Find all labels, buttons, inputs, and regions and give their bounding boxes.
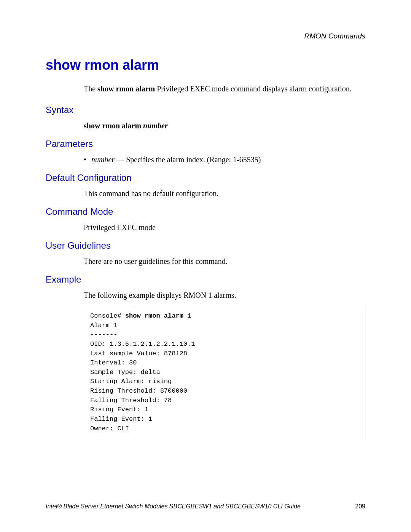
syntax-command: show rmon alarm xyxy=(84,121,143,130)
example-text: The following example displays RMON 1 al… xyxy=(84,291,365,300)
bullet-icon: • xyxy=(84,155,88,164)
parameter-description: — Specifies the alarm index. (Range: 1-6… xyxy=(115,155,261,164)
parameters-heading: Parameters xyxy=(46,139,365,149)
header-section-label: RMON Commands xyxy=(304,32,365,40)
intro-command-name: show rmon alarm xyxy=(97,85,155,93)
parameter-name: number xyxy=(91,155,115,164)
example-code-block: Console# show rmon alarm 1 Alarm 1 -----… xyxy=(84,306,365,439)
command-mode-text: Privileged EXEC mode xyxy=(84,223,365,232)
code-command: show rmon alarm xyxy=(125,312,183,320)
footer-page-number: 209 xyxy=(355,503,365,510)
user-guidelines-heading: User Guidelines xyxy=(46,240,365,251)
page-container: RMON Commands show rmon alarm The show r… xyxy=(0,0,411,532)
code-output: Alarm 1 ------- OID: 1.3.6.1.2.1.2.2.1.1… xyxy=(90,322,195,432)
user-guidelines-text: There are no user guidelines for this co… xyxy=(84,257,365,266)
footer-doc-title: Intel® Blade Server Ethernet Switch Modu… xyxy=(46,503,301,510)
default-config-heading: Default Configuration xyxy=(46,173,365,183)
example-heading: Example xyxy=(46,274,365,285)
code-argument: 1 xyxy=(183,312,191,320)
syntax-heading: Syntax xyxy=(46,105,365,115)
intro-suffix: Privileged EXEC mode command displays al… xyxy=(155,85,352,93)
intro-paragraph: The show rmon alarm Privileged EXEC mode… xyxy=(84,84,365,94)
syntax-line: show rmon alarm number xyxy=(84,121,365,130)
default-config-text: This command has no default configuratio… xyxy=(84,189,365,198)
syntax-argument: number xyxy=(143,121,167,130)
code-prompt: Console# xyxy=(90,312,125,320)
intro-prefix: The xyxy=(84,85,97,93)
parameter-item: • number — Specifies the alarm index. (R… xyxy=(84,155,365,164)
command-title: show rmon alarm xyxy=(46,57,365,73)
page-footer: Intel® Blade Server Ethernet Switch Modu… xyxy=(46,503,365,510)
command-mode-heading: Command Mode xyxy=(46,206,365,217)
